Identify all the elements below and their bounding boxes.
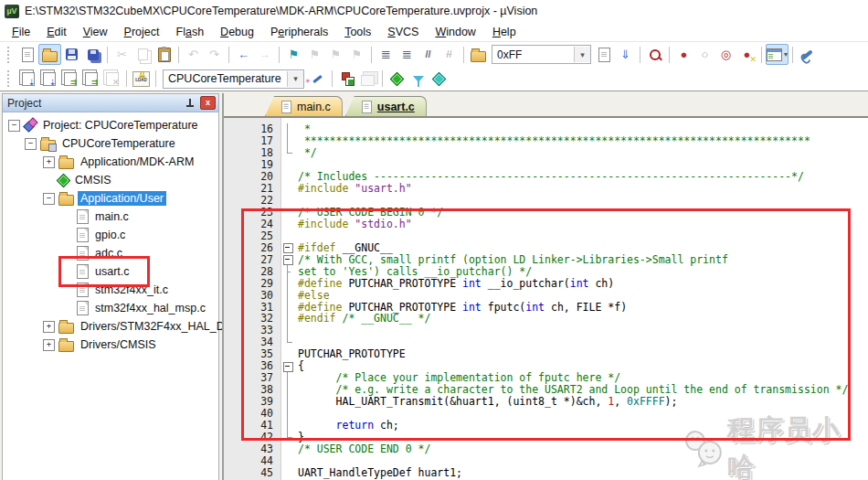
close-panel-button[interactable]: x [200, 96, 216, 110]
code-line-43[interactable]: 43/* USER CODE END 0 */ [224, 443, 868, 454]
find-dropdown-button[interactable]: ▾ [574, 47, 590, 62]
tree-item-stm32f4xx-it-c[interactable]: stm32f4xx_it.c [3, 281, 218, 299]
paste-button[interactable] [153, 45, 175, 64]
menu-view[interactable]: View [75, 24, 116, 40]
find-button[interactable] [644, 45, 665, 64]
code-line-19[interactable]: 19 [224, 159, 868, 171]
tree-item-cmsis[interactable]: CMSIS [3, 171, 218, 189]
options-for-target-button[interactable] [307, 69, 328, 89]
tree-item-drivers-cmsis[interactable]: +Drivers/CMSIS [3, 336, 218, 354]
clear-bookmarks-button[interactable]: ⚑ [346, 45, 367, 64]
kill-all-breakpoints-button[interactable]: ●✕ [736, 45, 757, 64]
manage-packs-button[interactable] [429, 69, 450, 89]
stop-build-button[interactable]: ✕ [101, 69, 122, 89]
target-combobox[interactable]: CPUCoreTemperature ▾ [163, 69, 304, 89]
fold-collapse-icon[interactable] [281, 253, 294, 265]
insert-bookmark-button[interactable]: ⚑ [283, 45, 304, 64]
toolbar-grip[interactable] [7, 47, 13, 63]
code-line-44[interactable]: 44 [224, 454, 868, 466]
tree-item-main-c[interactable]: main.c [3, 208, 218, 226]
code-line-31[interactable]: 31#define PUTCHAR_PROTOTYPE int fputc(in… [224, 301, 868, 313]
code-line-33[interactable]: 33 [224, 325, 868, 336]
pin-icon[interactable] [185, 98, 196, 109]
tree-item-adc-c[interactable]: adc.c [3, 244, 218, 262]
indent-left-button[interactable]: ≣ [397, 45, 418, 64]
menu-debug[interactable]: Debug [212, 24, 262, 40]
navigate-back-button[interactable]: ← [233, 45, 254, 64]
rebuild-all-button[interactable]: ⇉ [59, 69, 80, 89]
code-line-17[interactable]: 17 *************************************… [224, 135, 868, 147]
code-line-39[interactable]: 39 HAL_UART_Transmit(&huart1, (uint8_t *… [224, 396, 868, 408]
code-line-23[interactable]: 23/* USER CODE BEGIN 0 */ [224, 207, 868, 219]
manage-run-time-environment-button[interactable] [336, 69, 357, 89]
find-in-files-button[interactable] [468, 45, 489, 64]
configuration-wrench-button[interactable] [797, 45, 818, 64]
previous-bookmark-button[interactable]: ⚑ [304, 45, 325, 64]
download-button[interactable]: ⇊LOAD [131, 69, 152, 89]
tab-usart-c[interactable]: usart.c [345, 96, 427, 116]
collapse-minus-icon[interactable]: − [43, 193, 55, 205]
manage-project-items-button[interactable] [357, 69, 378, 89]
code-line-45[interactable]: 45UART_HandleTypeDef huart1; [224, 466, 868, 478]
code-line-27[interactable]: 27/* With GCC, small printf (option LD L… [224, 253, 868, 265]
code-line-25[interactable]: 25 [224, 229, 868, 241]
code-line-22[interactable]: 22 [224, 195, 868, 207]
target-dropdown-button[interactable]: ▾ [287, 71, 303, 87]
toolbar-grip[interactable] [7, 70, 13, 87]
code-area[interactable]: 16 *17 *********************************… [224, 118, 868, 480]
tree-item-project-cpucoretemperature[interactable]: −Project: CPUCoreTemperature [3, 116, 218, 134]
collapse-minus-icon[interactable]: − [8, 120, 20, 132]
menu-peripherals[interactable]: Peripherals [262, 24, 336, 40]
expand-plus-icon[interactable]: + [43, 156, 55, 168]
code-line-41[interactable]: 41 return ch; [224, 419, 868, 431]
tree-item-application-mdk-arm[interactable]: +Application/MDK-ARM [3, 153, 218, 171]
cut-button[interactable]: ✂ [111, 45, 132, 64]
code-line-38[interactable]: 38 /* e.g. write a character to the USAR… [224, 384, 868, 396]
target-name[interactable]: CPUCoreTemperature [168, 72, 283, 85]
menu-window[interactable]: Window [427, 24, 483, 40]
expand-plus-icon[interactable]: + [43, 321, 55, 333]
menu-edit[interactable]: Edit [38, 24, 75, 40]
find-text[interactable]: 0xFF [497, 48, 570, 61]
menu-svcs[interactable]: SVCS [379, 24, 427, 40]
code-line-40[interactable]: 40 [224, 408, 868, 420]
menu-flash[interactable]: Flash [168, 24, 213, 40]
tab-main-c[interactable]: main.c [265, 96, 343, 116]
code-line-35[interactable]: 35PUTCHAR_PROTOTYPE [224, 348, 868, 360]
save-all-button[interactable] [82, 45, 103, 64]
code-line-36[interactable]: 36{ [224, 360, 868, 372]
code-line-29[interactable]: 29#define PUTCHAR_PROTOTYPE int __io_put… [224, 277, 868, 289]
new-file-button[interactable] [17, 45, 38, 64]
fold-collapse-icon[interactable] [281, 241, 294, 253]
code-line-26[interactable]: 26#ifdef __GNUC__ [224, 241, 868, 253]
collapse-minus-icon[interactable]: − [25, 138, 37, 150]
uncomment-selection-button[interactable]: // [439, 45, 460, 64]
next-bookmark-button[interactable]: ⚑ [325, 45, 346, 64]
find-in-files-results-button[interactable] [594, 45, 615, 64]
enable-disable-breakpoint-button[interactable]: ○ [694, 45, 715, 64]
code-line-16[interactable]: 16 * [224, 123, 868, 135]
expand-plus-icon[interactable]: + [43, 339, 55, 351]
code-line-20[interactable]: 20/* Includes --------------------------… [224, 171, 868, 183]
comment-selection-button[interactable]: // [418, 45, 439, 64]
copy-button[interactable] [132, 45, 153, 64]
code-line-42[interactable]: 42} [224, 431, 868, 443]
build-button[interactable]: ⇣ [38, 69, 59, 89]
code-line-24[interactable]: 24#include "stdio.h" [224, 219, 868, 230]
undo-button[interactable]: ↶ [183, 45, 204, 64]
code-line-28[interactable]: 28set to 'Yes') calls __io_putchar() */ [224, 265, 868, 277]
find-combobox[interactable]: 0xFF ▾ [492, 45, 591, 64]
incremental-find-button[interactable]: ⇓ [615, 45, 636, 64]
open-file-button[interactable] [38, 44, 61, 65]
translate-button[interactable]: ⇣ [17, 69, 38, 89]
indent-right-button[interactable]: ≣ [376, 45, 397, 64]
select-software-packs-button[interactable] [408, 69, 429, 89]
tree-item-cpucoretemperature[interactable]: −CPUCoreTemperature [3, 134, 218, 153]
insert-breakpoint-button[interactable]: ● [673, 45, 694, 64]
code-line-37[interactable]: 37 /* Place your implementation of fputc… [224, 372, 868, 384]
menu-project[interactable]: Project [116, 24, 168, 40]
fold-collapse-icon[interactable] [281, 360, 294, 372]
batch-build-button[interactable]: ⇉ [80, 69, 101, 89]
tree-item-drivers-stm32f4xx-hal-driv[interactable]: +Drivers/STM32F4xx_HAL_Driv [3, 317, 218, 336]
code-line-21[interactable]: 21#include "usart.h" [224, 183, 868, 195]
